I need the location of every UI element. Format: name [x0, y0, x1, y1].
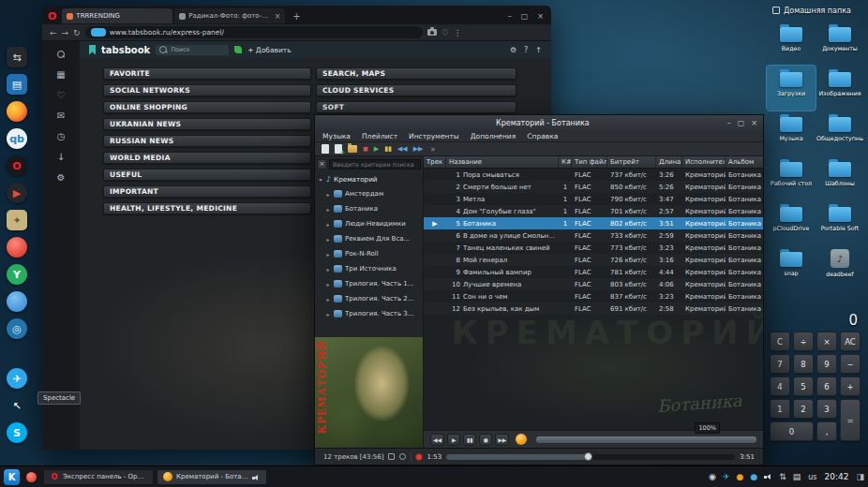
- category-bar[interactable]: USEFUL: [103, 169, 311, 181]
- expand-icon[interactable]: ▸: [325, 236, 331, 243]
- category-bar[interactable]: SOFT: [316, 101, 516, 113]
- next-icon[interactable]: ▶▶: [413, 145, 424, 153]
- calc-button[interactable]: −: [840, 354, 861, 374]
- menu-item[interactable]: Справка: [527, 132, 558, 140]
- tree-root[interactable]: ▾ ♪ Крематорий: [315, 172, 423, 186]
- keyboard-layout-indicator[interactable]: us: [808, 473, 816, 481]
- play-button[interactable]: ▶: [447, 434, 460, 446]
- opera-menu-button[interactable]: O: [48, 10, 56, 22]
- calc-button[interactable]: 4: [770, 376, 790, 396]
- prev-button[interactable]: ◀◀: [430, 434, 444, 446]
- menu-item[interactable]: Инструменты: [409, 132, 459, 140]
- desktop-icon[interactable]: Музыка: [767, 111, 816, 155]
- menu-item[interactable]: Дополнения: [471, 132, 516, 140]
- vpn-badge-icon[interactable]: [91, 28, 106, 37]
- dock-app-tan-icon[interactable]: ✦: [7, 210, 27, 230]
- calc-button[interactable]: 9: [816, 354, 837, 374]
- overflow-menu-icon[interactable]: ⋮: [454, 28, 462, 37]
- tab-close-icon[interactable]: ×: [275, 12, 281, 21]
- column-header[interactable]: Исполнитель: [682, 156, 726, 168]
- desktop-icon[interactable]: pCloudDrive: [767, 200, 816, 245]
- pause-button[interactable]: ▮▮: [463, 434, 476, 446]
- column-header[interactable]: Тип файла: [572, 156, 607, 168]
- player-title-bar[interactable]: Крематорий - Ботаника – ▢ ×: [315, 115, 763, 130]
- dock-app-green-icon[interactable]: Y: [7, 264, 27, 285]
- category-bar[interactable]: CLOUD SERVICES: [316, 84, 516, 96]
- expand-icon[interactable]: ▸: [325, 311, 331, 317]
- tree-item[interactable]: ▸Реквием Для Вса...: [315, 231, 423, 246]
- tray-deadbeef-icon[interactable]: ●: [737, 472, 744, 481]
- category-bar[interactable]: RUSSIAN NEWS: [103, 135, 311, 147]
- calc-button[interactable]: 1: [770, 399, 790, 419]
- tree-item[interactable]: ▸Три Источника: [315, 261, 423, 276]
- pause-icon[interactable]: ▮▮: [384, 145, 392, 153]
- add-files-icon[interactable]: [335, 144, 342, 154]
- dock-files-icon[interactable]: ▤: [7, 74, 27, 95]
- site-upload-icon[interactable]: ↑: [535, 46, 542, 54]
- next-button[interactable]: ▶▶: [495, 434, 509, 446]
- tree-item[interactable]: ▸Люди-Невидимки: [315, 216, 423, 231]
- dock-qbittorrent-icon[interactable]: qb: [7, 128, 27, 149]
- open-files-icon[interactable]: [322, 144, 329, 154]
- seek-handle[interactable]: [584, 452, 592, 461]
- dock-panel-arrows-icon[interactable]: ⇆: [7, 47, 27, 67]
- site-search[interactable]: [156, 45, 229, 55]
- site-search-input[interactable]: [171, 46, 225, 53]
- tray-network-icon[interactable]: ⇅: [779, 472, 786, 481]
- dock-app-blue-icon[interactable]: [7, 291, 27, 312]
- task-button[interactable]: OЭкспресс панель - Opera: [43, 469, 154, 485]
- audio-indicator-icon[interactable]: [252, 468, 261, 486]
- expand-icon[interactable]: ▸: [325, 206, 331, 213]
- menu-item[interactable]: Музыка: [322, 132, 351, 140]
- expand-icon[interactable]: [399, 453, 406, 460]
- maximize-button[interactable]: ▢: [521, 12, 529, 21]
- snapshot-camera-icon[interactable]: [427, 29, 437, 36]
- seek-slider[interactable]: [446, 454, 735, 460]
- dock-media-player-icon[interactable]: ▶: [7, 183, 27, 203]
- column-header[interactable]: Название: [446, 156, 559, 168]
- track-row[interactable]: 3Метла1FLAC790 кбит/с3:47КрематорийБотан…: [424, 193, 763, 205]
- dock-skype-icon[interactable]: S: [7, 422, 27, 443]
- tray-update-icon[interactable]: ●: [750, 472, 757, 481]
- sidebar-search-icon[interactable]: [57, 51, 66, 59]
- tree-item[interactable]: ▸Трилогия. Часть 1...: [315, 276, 423, 291]
- sidebar-speed-dial-icon[interactable]: ▦: [56, 69, 65, 80]
- calc-button[interactable]: 3: [816, 399, 837, 419]
- bookmark-heart-icon[interactable]: ♡: [441, 28, 449, 37]
- sidebar-history-icon[interactable]: ◷: [57, 131, 66, 141]
- playlist-search-input[interactable]: [329, 159, 421, 170]
- expand-icon[interactable]: ▸: [325, 251, 331, 258]
- dock-firefox-icon[interactable]: [7, 101, 27, 122]
- dock-app-teal-icon[interactable]: ◎: [7, 318, 27, 339]
- category-bar[interactable]: HEALTH, LIFESTYLE, MEDICINE: [103, 202, 311, 214]
- reload-icon[interactable]: ↻: [73, 28, 81, 37]
- site-help-icon[interactable]: ?: [524, 46, 528, 54]
- desktop-icon[interactable]: ♪deadbeef: [816, 245, 864, 290]
- desktop-icon[interactable]: Шаблоны: [816, 155, 864, 200]
- prev-icon[interactable]: ◀◀: [397, 145, 408, 153]
- quick-launch-icon[interactable]: [26, 472, 37, 482]
- clear-search-button[interactable]: ×: [317, 159, 327, 170]
- expand-icon[interactable]: ▸: [325, 266, 331, 273]
- sidebar-messenger-icon[interactable]: ✉: [57, 111, 65, 121]
- column-header[interactable]: К#: [559, 156, 572, 168]
- category-bar[interactable]: ONLINE SHOPPING: [103, 101, 311, 113]
- player-minimize-button[interactable]: –: [727, 119, 731, 127]
- browser-tab[interactable]: TRRRENDING: [62, 8, 172, 23]
- add-folder-icon[interactable]: [348, 145, 357, 153]
- minimode-icon[interactable]: [388, 453, 395, 460]
- desktop-icon[interactable]: Portable Soft: [816, 200, 864, 245]
- track-row[interactable]: 8Мой генералFLAC726 кбит/с3:16Крематорий…: [424, 254, 763, 266]
- minimize-button[interactable]: –: [508, 12, 512, 21]
- calc-button[interactable]: =: [840, 399, 861, 441]
- expand-icon[interactable]: ▸: [325, 296, 331, 303]
- sidebar-bookmarks-icon[interactable]: ♡: [57, 90, 66, 100]
- column-header[interactable]: Длина: [656, 156, 682, 168]
- track-row[interactable]: 4Дом "Голубые глаза"1FLAC701 кбит/с2:57К…: [424, 205, 763, 217]
- calc-button[interactable]: 7: [770, 354, 790, 374]
- desktop-icon[interactable]: Документы: [816, 21, 864, 66]
- task-button[interactable]: Крематорий - Ботаника: [157, 469, 267, 485]
- desktop-icon[interactable]: Общедоступные: [816, 111, 864, 155]
- sidebar-downloads-icon[interactable]: ↓: [57, 152, 65, 162]
- track-row[interactable]: 11Сон ни о чемFLAC837 кбит/с3:23Крематор…: [424, 290, 763, 303]
